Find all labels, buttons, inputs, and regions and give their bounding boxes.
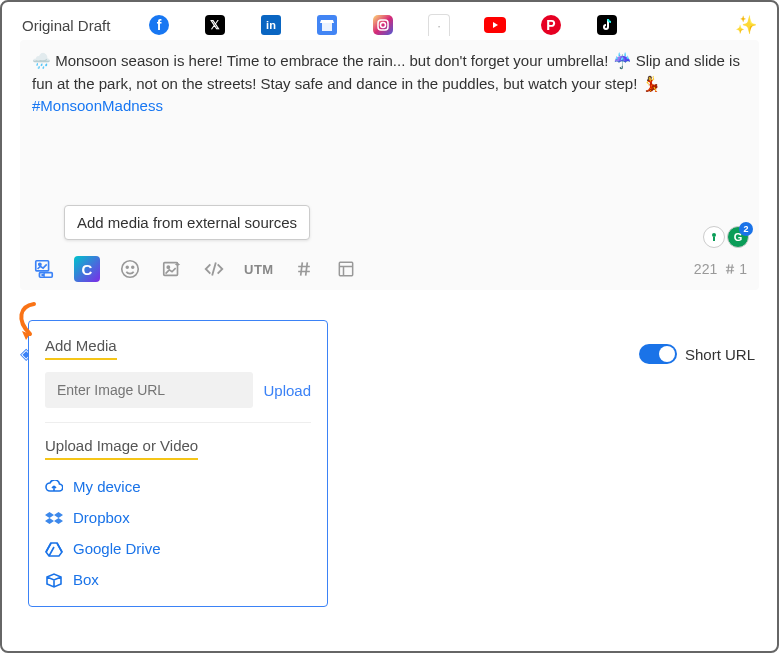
add-media-button[interactable]: [32, 257, 56, 281]
svg-point-20: [122, 261, 139, 278]
source-dropbox[interactable]: Dropbox: [45, 509, 311, 526]
x-twitter-icon[interactable]: 𝕏: [204, 14, 226, 36]
code-button[interactable]: [202, 257, 226, 281]
pinterest-icon[interactable]: P: [540, 14, 562, 36]
image-url-row: Upload: [45, 372, 311, 408]
canva-button[interactable]: C: [74, 256, 100, 282]
ai-sparkle-icon[interactable]: ✨: [735, 14, 757, 36]
grammarly-badge[interactable]: G: [727, 226, 749, 248]
upload-section-title: Upload Image or Video: [45, 437, 198, 460]
post-text-1: Monsoon season is here! Time to embrace …: [55, 52, 608, 69]
add-media-popup: Add Media Upload Upload Image or Video M…: [28, 320, 328, 607]
youtube-icon[interactable]: [484, 14, 506, 36]
post-composer: 🌧️ Monsoon season is here! Time to embra…: [20, 40, 759, 290]
upload-sources-list: My device Dropbox Google Drive Box: [45, 478, 311, 588]
umbrella-emoji: ☔: [613, 52, 632, 69]
post-hashtag[interactable]: #MonsoonMadness: [32, 97, 163, 114]
tiktok-icon[interactable]: [596, 14, 618, 36]
dropbox-icon: [45, 511, 63, 525]
source-box[interactable]: Box: [45, 571, 311, 588]
google-business-icon[interactable]: [316, 14, 338, 36]
utm-button[interactable]: UTM: [244, 257, 274, 281]
source-gdrive-label: Google Drive: [73, 540, 161, 557]
svg-point-18: [39, 263, 41, 265]
hashtag-button[interactable]: [292, 257, 316, 281]
google-drive-icon: [45, 541, 63, 557]
svg-rect-17: [36, 261, 49, 271]
source-my-device[interactable]: My device: [45, 478, 311, 495]
svg-rect-7: [322, 23, 332, 31]
image-url-input[interactable]: [45, 372, 253, 408]
svg-text:f: f: [157, 17, 162, 33]
svg-rect-8: [373, 15, 393, 35]
media-tooltip: Add media from external sources: [64, 205, 310, 240]
annotation-arrow: [12, 302, 42, 342]
emoji-button[interactable]: [118, 257, 142, 281]
source-google-drive[interactable]: Google Drive: [45, 540, 311, 557]
source-box-label: Box: [73, 571, 99, 588]
post-text-area[interactable]: 🌧️ Monsoon season is here! Time to embra…: [32, 50, 747, 118]
suggestion-badge[interactable]: [703, 226, 725, 248]
svg-point-22: [132, 266, 134, 268]
svg-text:@: @: [439, 25, 441, 27]
svg-text:𝕏: 𝕏: [210, 18, 220, 32]
instagram-icon[interactable]: [372, 14, 394, 36]
cloud-upload-icon: [45, 480, 63, 494]
upload-url-button[interactable]: Upload: [263, 382, 311, 399]
composer-toolbar: C UTM 221 1: [32, 248, 747, 282]
composer-header: Original Draft f 𝕏 in @ P ✨: [2, 2, 777, 36]
template-button[interactable]: [334, 257, 358, 281]
facebook-icon[interactable]: f: [148, 14, 170, 36]
dancer-emoji: 💃: [642, 75, 661, 92]
linkedin-icon[interactable]: in: [260, 14, 282, 36]
ai-image-button[interactable]: [160, 257, 184, 281]
svg-point-16: [712, 233, 716, 237]
short-url-toggle[interactable]: [639, 344, 677, 364]
svg-rect-25: [339, 262, 352, 275]
svg-text:P: P: [547, 17, 556, 33]
hashtag-count: 1: [723, 261, 747, 277]
source-device-label: My device: [73, 478, 141, 495]
threads-icon[interactable]: @: [428, 14, 450, 36]
draft-title: Original Draft: [22, 17, 110, 34]
svg-point-21: [126, 266, 128, 268]
suggestion-badges: G: [703, 226, 749, 248]
short-url-label: Short URL: [685, 346, 755, 363]
char-count-value: 221: [694, 261, 717, 277]
svg-point-24: [167, 266, 169, 268]
short-url-row: Short URL: [639, 344, 755, 364]
svg-text:in: in: [266, 19, 276, 31]
popup-title: Add Media: [45, 337, 117, 360]
box-icon: [45, 572, 63, 588]
cloud-emoji: 🌧️: [32, 52, 51, 69]
source-dropbox-label: Dropbox: [73, 509, 130, 526]
character-counter: 221 1: [694, 261, 747, 277]
popup-divider: [45, 422, 311, 423]
